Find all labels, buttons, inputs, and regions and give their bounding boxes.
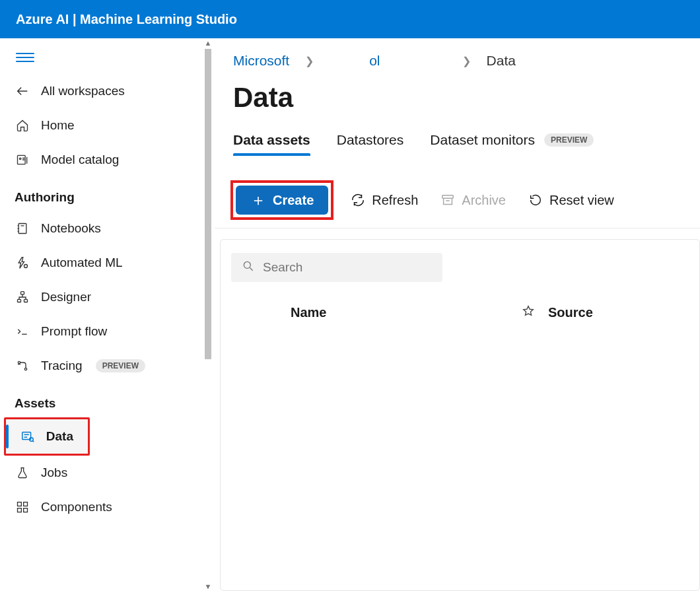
- sidebar-item-label: Tracing: [41, 359, 83, 373]
- svg-rect-13: [18, 508, 22, 512]
- sidebar-group-authoring: Authoring: [0, 177, 214, 211]
- tab-label: Data assets: [233, 132, 310, 148]
- sidebar-item-components[interactable]: Components: [0, 490, 214, 524]
- layout: All workspaces Home Model catalog Author…: [0, 38, 700, 591]
- chevron-right-icon: ❯: [462, 55, 471, 67]
- beaker-icon: [15, 465, 30, 481]
- tabs: Data assets Datastores Dataset monitors …: [215, 132, 700, 156]
- scroll-down-icon[interactable]: ▼: [205, 582, 212, 591]
- reset-view-label: Reset view: [549, 193, 614, 208]
- sidebar-item-label: Components: [41, 500, 112, 514]
- all-workspaces-label: All workspaces: [41, 84, 125, 98]
- column-header-name[interactable]: Name: [291, 305, 508, 320]
- sidebar-item-label: Prompt flow: [41, 324, 107, 339]
- breadcrumb-root[interactable]: Microsoft: [233, 53, 289, 69]
- tab-label: Dataset monitors: [430, 132, 535, 148]
- column-header-source[interactable]: Source: [548, 305, 683, 320]
- tracing-icon: [15, 358, 30, 374]
- catalog-icon: [15, 152, 30, 168]
- sidebar-item-tracing[interactable]: Tracing PREVIEW: [0, 349, 214, 383]
- table-header-row: Name Source: [231, 282, 689, 326]
- create-button[interactable]: ＋ Create: [236, 186, 328, 215]
- home-icon: [15, 118, 30, 133]
- search-input[interactable]: [263, 260, 432, 275]
- main-content: Microsoft ❯ ol ❯ Data Data Data assets D…: [214, 38, 700, 591]
- preview-badge: PREVIEW: [544, 133, 594, 147]
- tab-datastores[interactable]: Datastores: [337, 132, 404, 156]
- sidebar: All workspaces Home Model catalog Author…: [0, 38, 214, 591]
- toolbar: ＋ Create Refresh Archive: [215, 166, 700, 228]
- search-box[interactable]: [231, 253, 442, 282]
- lightning-gear-icon: [15, 255, 30, 271]
- svg-rect-4: [21, 292, 24, 295]
- svg-rect-15: [442, 195, 454, 199]
- column-header-favorite[interactable]: [508, 304, 548, 321]
- sidebar-item-automated-ml[interactable]: Automated ML: [0, 246, 214, 280]
- star-icon: [522, 306, 535, 320]
- sidebar-item-prompt-flow[interactable]: Prompt flow: [0, 314, 214, 349]
- svg-point-8: [24, 368, 26, 370]
- data-icon: [20, 429, 36, 444]
- prompt-flow-icon: [15, 324, 30, 339]
- refresh-button[interactable]: Refresh: [345, 189, 423, 212]
- svg-point-3: [24, 265, 28, 268]
- arrow-left-icon: [15, 83, 30, 99]
- scrollbar-thumb[interactable]: [205, 49, 211, 359]
- sidebar-item-label: Home: [41, 118, 75, 133]
- sidebar-item-label: Designer: [41, 290, 91, 304]
- svg-rect-2: [18, 224, 26, 234]
- plus-icon: ＋: [250, 192, 266, 208]
- sidebar-item-label: Model catalog: [41, 153, 119, 167]
- sidebar-item-label: Data: [46, 429, 73, 444]
- create-button-label: Create: [273, 193, 314, 208]
- app-title: Azure AI | Machine Learning Studio: [16, 12, 237, 27]
- archive-icon: [440, 193, 455, 207]
- chevron-right-icon: ❯: [305, 55, 314, 67]
- archive-label: Archive: [462, 193, 506, 208]
- reset-icon: [528, 193, 543, 207]
- svg-point-16: [244, 261, 250, 268]
- data-assets-panel: Name Source: [220, 239, 700, 591]
- preview-badge: PREVIEW: [96, 359, 145, 372]
- search-icon: [242, 260, 255, 275]
- breadcrumb: Microsoft ❯ ol ❯ Data: [215, 38, 700, 77]
- sidebar-item-home[interactable]: Home: [0, 108, 214, 143]
- tab-dataset-monitors[interactable]: Dataset monitors PREVIEW: [430, 132, 594, 156]
- svg-point-1: [19, 158, 21, 160]
- sidebar-group-assets: Assets: [0, 383, 214, 417]
- archive-button: Archive: [435, 189, 511, 212]
- breadcrumb-mid[interactable]: ol: [369, 53, 380, 69]
- page-title: Data: [215, 77, 700, 132]
- annotation-highlight-create: ＋ Create: [230, 180, 333, 220]
- sidebar-item-designer[interactable]: Designer: [0, 280, 214, 314]
- all-workspaces-link[interactable]: All workspaces: [0, 74, 214, 108]
- reset-view-button[interactable]: Reset view: [523, 189, 619, 212]
- annotation-highlight-data: Data: [4, 417, 90, 456]
- svg-rect-5: [18, 299, 21, 302]
- app-header: Azure AI | Machine Learning Studio: [0, 0, 700, 38]
- sidebar-item-jobs[interactable]: Jobs: [0, 456, 214, 490]
- sidebar-item-model-catalog[interactable]: Model catalog: [0, 143, 214, 177]
- notebook-icon: [15, 221, 30, 236]
- refresh-label: Refresh: [372, 193, 418, 208]
- svg-rect-14: [24, 508, 28, 512]
- breadcrumb-current: Data: [487, 53, 516, 69]
- sidebar-item-label: Notebooks: [41, 221, 101, 236]
- svg-rect-6: [24, 299, 28, 302]
- refresh-icon: [351, 193, 365, 207]
- sidebar-scrollbar[interactable]: ▲ ▼: [202, 38, 214, 591]
- svg-rect-11: [18, 503, 22, 506]
- svg-rect-12: [24, 503, 28, 506]
- scroll-up-icon[interactable]: ▲: [205, 38, 212, 48]
- tab-label: Datastores: [337, 132, 404, 148]
- sidebar-item-data[interactable]: Data: [6, 419, 88, 454]
- sidebar-item-notebooks[interactable]: Notebooks: [0, 211, 214, 246]
- tab-data-assets[interactable]: Data assets: [233, 132, 310, 156]
- sidebar-item-label: Jobs: [41, 466, 67, 480]
- hamburger-menu-button[interactable]: [0, 44, 214, 74]
- flowchart-icon: [15, 289, 30, 305]
- components-icon: [15, 499, 30, 515]
- sidebar-item-label: Automated ML: [41, 256, 123, 270]
